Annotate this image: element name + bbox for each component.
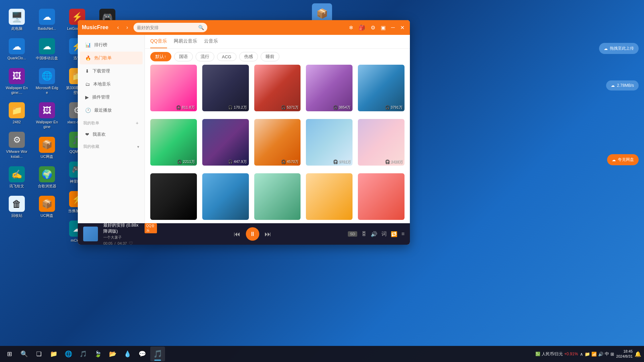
wifi-icon: 📶 [591, 352, 597, 357]
desktop-icon-ucpan[interactable]: 📦 UC网盘 [34, 135, 60, 161]
tabs-bar: QQ音乐 网易云音乐 云音乐 [145, 35, 410, 49]
filter-default[interactable]: 默认↑ [150, 52, 171, 61]
playlist-card-9[interactable]: 🎧 2428万 伤感片段｜太热情总是不被珍惜 北 [358, 119, 405, 168]
cloud-speed-button[interactable]: ☁ 2.78MB/s [606, 80, 639, 90]
notification-button[interactable]: 🔔 [635, 351, 641, 357]
settings-button[interactable]: ⚙ [369, 23, 377, 32]
lyrics-button[interactable]: 词 [381, 231, 387, 238]
active-app-taskbar[interactable]: 🎵 [150, 347, 165, 361]
layout-button[interactable]: ▣ [379, 23, 387, 32]
desktop-icon-hebrowser[interactable]: 🌍 合歌浏览器 [34, 164, 60, 190]
music-icon-taskbar[interactable]: 🎵 [76, 347, 90, 361]
hot-icon: 🔥 [85, 55, 91, 61]
tab-yunmusic[interactable]: 云音乐 [204, 38, 218, 48]
desktop-icon-baidunet[interactable]: ☁ BaiduNet... [34, 7, 60, 33]
filter-sad[interactable]: 伤感 [239, 52, 258, 61]
desktop-icon-cmcloud[interactable]: ☁ 中国移动云盘 [34, 36, 60, 62]
desktop-icon-pc[interactable]: 🖥️ 此电脑 [3, 7, 30, 33]
sidebar-item-hotplaylist[interactable]: 🔥 热门歌单 [80, 52, 143, 64]
playlist-card-11[interactable] [202, 173, 249, 220]
desktop-icon-ucpan2[interactable]: 📦 UC网盘 [34, 194, 60, 220]
like-button[interactable]: ♡ [129, 241, 133, 245]
playlist-card-1[interactable]: 🎧 170.2万 丧系Rap｜渐渐不再期待任何东西 离宴 [202, 65, 249, 114]
playlist-card-8[interactable]: 🎧 9761万 90后的独家记忆，那些熟悉的旋律 良辰美景 [306, 119, 353, 168]
prev-button[interactable]: ⏮ [234, 230, 240, 238]
search-input[interactable] [137, 25, 196, 30]
file-taskbar-button[interactable]: 📂 [106, 347, 119, 361]
ime-indicator[interactable]: 中 [605, 351, 609, 357]
playlist-card-7[interactable]: 🎧 4570万 爱而不得的时候，再爱就不礼貌啦 Bcal [254, 119, 301, 168]
collection-chevron-icon: ▾ [137, 144, 139, 149]
green-app-button[interactable]: 🍃 [91, 347, 105, 361]
cloud-upload-button[interactable]: ☁ 拖拽至此上传 [599, 43, 639, 54]
playlist-card-6[interactable]: 🎧 447.9万 放空冥想｜解开脑海里的弦 一鱼 [202, 119, 249, 168]
download-icon: ⬇ [85, 68, 89, 74]
folder-icon: 🗂 [85, 81, 90, 87]
filter-sleep[interactable]: 睡前 [261, 52, 279, 61]
search-icon: 🔍 [198, 25, 204, 30]
playlist-card-10[interactable] [150, 173, 197, 220]
player-platform-badge: QQ音乐 [145, 223, 157, 233]
desktop-icon-wallpaper2[interactable]: 🖼 Wallpaper Engine [34, 100, 60, 131]
add-playlist-button[interactable]: + [135, 120, 139, 126]
desktop-icon-edge[interactable]: 🌐 Microsoft Edge [34, 66, 60, 97]
desktop-icon-vmware[interactable]: ⚙ VMware Workstati... [3, 130, 30, 161]
playlist-card-12[interactable] [254, 173, 301, 220]
playlist-card-4[interactable]: 🎧 3791万 「片段」你与星河皆不可及 屿浮 [358, 65, 405, 114]
playlist-card-5[interactable]: 🎧 2211万 心跳100%，请查收这个甜蜜惊喜 小卢 [150, 119, 197, 168]
search-button[interactable]: 🔍 [17, 347, 31, 361]
player-title: 最好的安排 (0.88x降调版) [103, 222, 142, 234]
nav-back-button[interactable]: ‹ [115, 23, 121, 32]
sidebar-item-ranking[interactable]: 📊 排行榜 [80, 39, 143, 51]
tab-neteasy[interactable]: 网易云音乐 [174, 38, 197, 48]
blue-app-button[interactable]: 💧 [121, 347, 134, 361]
player-time: 00:05 / 04:37 ♡ [103, 241, 157, 245]
sidebar-item-recent[interactable]: 🕐 最近播放 [80, 104, 143, 117]
desktop-icon-2482[interactable]: 📁 2482 [3, 100, 30, 126]
app-title: MusicFree [82, 24, 108, 31]
system-tray: ∧ 📁 📶 🔊 中 ⊞ [580, 351, 614, 357]
sidebar-item-local[interactable]: 🗂 本地音乐 [80, 78, 143, 90]
search-bar[interactable]: 🔍 [133, 23, 207, 32]
stock-change: +0.91% [564, 352, 578, 356]
cloud-icon: ☁ [604, 46, 608, 51]
edge-taskbar-button[interactable]: 🌐 [62, 347, 75, 361]
desktop-icon-quarkclo[interactable]: ☁ QuarkClo... [3, 36, 30, 62]
playlist-card-3[interactable]: 🎧 3854万 侠气古风：腰间两把刀！断和了 氰气感 [306, 65, 353, 114]
pause-button[interactable]: ⏸ [246, 227, 259, 241]
explorer-button[interactable]: 📁 [47, 347, 60, 361]
expand-tray-button[interactable]: ∧ [580, 352, 583, 357]
minimize-button[interactable]: ─ [390, 23, 396, 32]
sidebar-item-plugin[interactable]: ▶ 插件管理 [80, 91, 143, 104]
playlist-card-2[interactable]: 🎧 5371万 耳机里的秘密｜宝藏女声合集站 腾讯音乐人 [254, 65, 301, 114]
volume-button[interactable]: 🔊 [371, 231, 377, 237]
desktop-icon-wallpaper1[interactable]: 🖼 Wallpaper Engine:... [3, 66, 30, 97]
close-button[interactable]: ✕ [399, 23, 406, 32]
taskbar: ⊞ 🔍 ❏ 📁 🌐 🎵 🍃 📂 💧 💬 🎵 💹 人民币/日元 +0.91% ∧ … [0, 346, 644, 362]
playlist-toggle-button[interactable]: ≡ [401, 231, 405, 237]
tab-qqmusic[interactable]: QQ音乐 [150, 38, 167, 48]
desktop-icon-xunfei[interactable]: ✍ 讯飞绘文 [3, 164, 30, 190]
bag-button[interactable]: 🎒 [357, 23, 367, 32]
chat-taskbar-button[interactable]: 💬 [136, 347, 149, 361]
kuake-button[interactable]: ☁ 夸克网盘 [607, 154, 639, 165]
sidebar-item-download[interactable]: ⬇ 下载管理 [80, 65, 143, 77]
equalizer-button[interactable]: 🎛 [361, 231, 367, 237]
repeat-button[interactable]: 🔁 [391, 231, 397, 237]
playlist-card-14[interactable] [358, 173, 405, 220]
folder-tray-icon: 📁 [585, 352, 590, 357]
desktop-icon-recycle[interactable]: 🗑 回收站 [3, 194, 30, 220]
filter-acg[interactable]: ACG [217, 53, 236, 61]
sidebar-item-mylike[interactable]: ❤ 我喜欢 [80, 128, 143, 141]
snowflake-button[interactable]: ❄ [347, 23, 355, 32]
taskview-button[interactable]: ❏ [32, 347, 46, 361]
start-button[interactable]: ⊞ [3, 347, 16, 361]
nav-forward-button[interactable]: › [124, 23, 130, 32]
filter-chinese[interactable]: 国语 [174, 52, 193, 61]
play-count-7: 🎧 4570万 [281, 159, 299, 164]
filter-pop[interactable]: 流行 [196, 52, 214, 61]
playlist-card-0[interactable]: 🎧 811.8万 甜度爆表｜旋律说唱狙击少女心 我想要两颗西柚 [150, 65, 197, 114]
playlist-card-13[interactable] [306, 173, 353, 220]
next-button[interactable]: ⏭ [265, 230, 271, 238]
stock-icon: 💹 [535, 352, 540, 356]
